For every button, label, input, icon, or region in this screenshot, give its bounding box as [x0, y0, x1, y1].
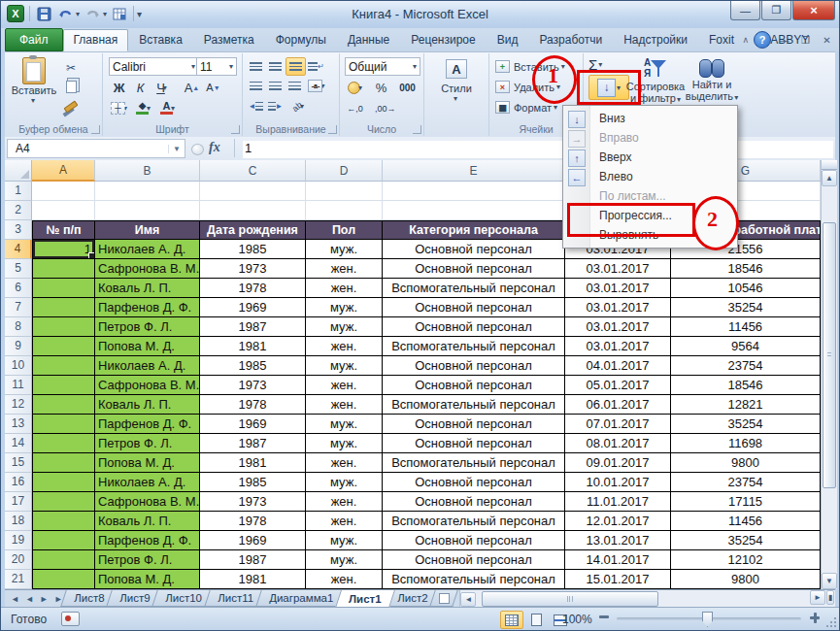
- sheet-tab-Лист1[interactable]: Лист1: [335, 590, 394, 608]
- number-dialog-launcher[interactable]: [413, 125, 421, 134]
- column-header-D[interactable]: D: [306, 160, 383, 182]
- decrease-indent-icon[interactable]: ◄: [247, 98, 265, 115]
- row-header-16[interactable]: 16: [5, 473, 32, 492]
- cell-C9[interactable]: 1981: [200, 337, 306, 356]
- cell-E1[interactable]: [383, 182, 565, 201]
- vertical-split-handle[interactable]: [822, 160, 837, 170]
- align-top-icon[interactable]: [247, 58, 265, 75]
- cell-A21[interactable]: [32, 570, 95, 589]
- cell-B9[interactable]: Попова М. Д.: [95, 337, 200, 356]
- font-dialog-launcher[interactable]: [231, 125, 240, 134]
- cell-E9[interactable]: Вспомогательный персонал: [383, 337, 565, 356]
- cell-C8[interactable]: 1987: [200, 317, 306, 337]
- close-button[interactable]: ×: [792, 1, 835, 20]
- view-page-layout-button[interactable]: [524, 611, 548, 629]
- sheet-tab-Диаграмма1[interactable]: Диаграмма1: [255, 590, 347, 607]
- cell-E16[interactable]: Основной персонал: [383, 473, 565, 492]
- scroll-down-icon[interactable]: ▼: [822, 573, 837, 589]
- cell-A12[interactable]: [32, 395, 95, 415]
- row-header-10[interactable]: 10: [5, 356, 32, 376]
- cell-C16[interactable]: 1985: [200, 473, 306, 492]
- increase-indent-icon[interactable]: ►: [266, 98, 285, 115]
- cell-G21[interactable]: 9800: [671, 570, 821, 589]
- align-middle-icon[interactable]: [266, 58, 285, 75]
- row-header-2[interactable]: 2: [5, 201, 32, 220]
- cell-C15[interactable]: 1981: [200, 453, 306, 473]
- cell-F10[interactable]: 04.01.2017: [565, 356, 671, 376]
- font-size-combo[interactable]: 11▾: [196, 57, 237, 76]
- alignment-dialog-launcher[interactable]: [328, 125, 337, 134]
- cell-E15[interactable]: Вспомогательный персонал: [383, 453, 565, 473]
- cell-C18[interactable]: 1978: [200, 512, 306, 531]
- cell-A18[interactable]: [32, 512, 95, 531]
- cell-G10[interactable]: 23754: [671, 356, 821, 376]
- cell-C4[interactable]: 1985: [200, 240, 306, 259]
- cell-C13[interactable]: 1969: [200, 415, 306, 434]
- cell-G18[interactable]: 11456: [671, 512, 821, 531]
- fill-color-icon[interactable]: ◆▾: [133, 99, 153, 116]
- column-header-C[interactable]: C: [200, 160, 306, 182]
- cell-F20[interactable]: 14.01.2017: [565, 550, 671, 570]
- row-header-21[interactable]: 21: [5, 570, 32, 589]
- cell-C19[interactable]: 1969: [200, 531, 306, 550]
- cell-D17[interactable]: жен.: [306, 492, 383, 512]
- cell-E4[interactable]: Основной персонал: [383, 240, 565, 259]
- formula-input[interactable]: 1: [243, 141, 833, 158]
- table-header-B3[interactable]: Имя: [95, 220, 200, 240]
- cell-C12[interactable]: 1978: [200, 395, 306, 415]
- cell-D14[interactable]: муж.: [306, 434, 383, 453]
- column-header-B[interactable]: B: [95, 160, 200, 182]
- cell-B13[interactable]: Парфенов Д. Ф.: [95, 415, 200, 434]
- row-header-6[interactable]: 6: [5, 279, 32, 298]
- prev-sheet-icon[interactable]: ◄: [25, 594, 34, 604]
- cell-A15[interactable]: [32, 453, 95, 473]
- insert-function-icon[interactable]: fx: [209, 140, 220, 155]
- ribbon-tab-Данные[interactable]: Данные: [337, 29, 400, 51]
- cell-A20[interactable]: [32, 550, 95, 570]
- cell-F8[interactable]: 03.01.2017: [565, 317, 671, 337]
- borders-icon[interactable]: ┼▾: [109, 99, 129, 116]
- cell-B12[interactable]: Коваль Л. П.: [95, 395, 200, 415]
- cell-D6[interactable]: жен.: [306, 279, 383, 298]
- ribbon-tab-Вид[interactable]: Вид: [487, 29, 529, 51]
- zoom-slider-thumb[interactable]: [702, 612, 713, 627]
- column-header-A[interactable]: A: [32, 160, 95, 182]
- horizontal-scroll-thumb[interactable]: [482, 591, 658, 607]
- cell-A2[interactable]: [32, 201, 95, 220]
- row-header-18[interactable]: 18: [5, 512, 32, 531]
- cell-G8[interactable]: 11456: [671, 317, 821, 337]
- row-header-7[interactable]: 7: [5, 298, 32, 317]
- cell-F14[interactable]: 08.01.2017: [565, 434, 671, 453]
- cell-G9[interactable]: 9564: [671, 337, 821, 356]
- first-sheet-icon[interactable]: ◄: [11, 594, 19, 604]
- cell-D11[interactable]: жен.: [306, 376, 383, 395]
- merge-center-icon[interactable]: -a-▾: [305, 78, 328, 94]
- cell-A16[interactable]: [32, 473, 95, 492]
- clipboard-dialog-launcher[interactable]: [91, 125, 100, 134]
- scroll-right-icon[interactable]: ►: [810, 590, 825, 605]
- align-right-icon[interactable]: [286, 78, 304, 94]
- cell-F17[interactable]: 11.01.2017: [565, 492, 671, 512]
- cell-A19[interactable]: [32, 531, 95, 550]
- table-header-A3[interactable]: № п/п: [32, 220, 95, 240]
- number-format-combo[interactable]: Общий▾: [345, 57, 420, 76]
- increase-decimal-icon[interactable]: ←,0: [345, 100, 365, 117]
- cell-D8[interactable]: муж.: [306, 317, 383, 337]
- cell-D4[interactable]: муж.: [306, 240, 383, 259]
- cell-C10[interactable]: 1985: [200, 356, 306, 376]
- cell-F11[interactable]: 05.01.2017: [565, 376, 671, 395]
- thousands-icon[interactable]: 000: [397, 79, 418, 96]
- cell-A11[interactable]: [32, 376, 95, 395]
- insert-sheet-tab[interactable]: [430, 590, 459, 607]
- fill-menu-item-Вниз[interactable]: ↓Вниз: [563, 109, 737, 128]
- cell-E5[interactable]: Основной персонал: [383, 259, 565, 279]
- restore-button[interactable]: ❐: [761, 1, 791, 20]
- cell-A9[interactable]: [32, 337, 95, 356]
- decrease-decimal-icon[interactable]: ,00→: [373, 100, 398, 117]
- ribbon-tab-Формулы[interactable]: Формулы: [265, 29, 337, 51]
- cell-G11[interactable]: 18546: [671, 376, 821, 395]
- bold-button[interactable]: Ж: [109, 79, 129, 96]
- cell-C20[interactable]: 1987: [200, 550, 306, 570]
- cell-E11[interactable]: Основной персонал: [383, 376, 565, 395]
- cell-G6[interactable]: 10546: [671, 279, 821, 298]
